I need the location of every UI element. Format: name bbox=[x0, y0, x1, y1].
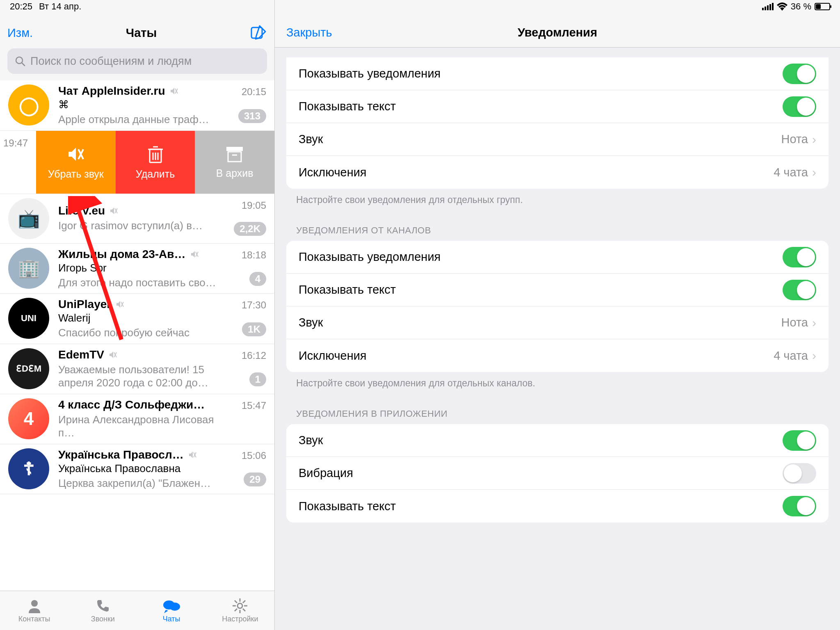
muted-icon bbox=[115, 300, 124, 309]
avatar: 🏢 bbox=[8, 248, 49, 289]
chat-time: 20:15 bbox=[242, 86, 266, 98]
svg-point-34 bbox=[237, 603, 242, 608]
swipe-archive-button[interactable]: В архив bbox=[195, 131, 274, 194]
chat-name: UniPlayer bbox=[58, 298, 111, 311]
chat-time: 19:47 bbox=[0, 131, 36, 194]
chat-sender: Игорь Spr bbox=[58, 262, 267, 274]
chat-preview: Для этого надо поставить сво… bbox=[58, 276, 222, 290]
search-icon bbox=[15, 56, 25, 66]
muted-icon bbox=[109, 206, 118, 215]
search-input[interactable]: Поиск по сообщениям и людям bbox=[7, 48, 267, 74]
group-inapp: Звук Вибрация Показывать текст bbox=[286, 424, 829, 523]
avatar: 📺 bbox=[8, 198, 49, 239]
swipe-mute-button[interactable]: Убрать звук bbox=[36, 131, 116, 194]
chat-time: 15:06 bbox=[242, 450, 266, 461]
tab-settings[interactable]: Настройки bbox=[206, 591, 274, 630]
group-footer: Настройте свои уведомления для отдельных… bbox=[275, 372, 840, 389]
section-header-inapp: УВЕДОМЛЕНИЯ В ПРИЛОЖЕНИИ bbox=[275, 389, 840, 424]
toggle-on[interactable] bbox=[783, 64, 816, 84]
notifications-settings: Закрыть Уведомления Показывать уведомлен… bbox=[275, 0, 840, 630]
chats-title: Чаты bbox=[126, 26, 157, 40]
group-notifications-channels: Показывать уведомления Показывать текст … bbox=[286, 241, 829, 372]
chevron-right-icon: › bbox=[812, 165, 816, 179]
chat-row[interactable]: 44 класс Д/З Сольфеджи…Ирина Александров… bbox=[0, 394, 274, 444]
status-time: 20:25 bbox=[10, 1, 32, 12]
swipe-delete-button[interactable]: Удалить bbox=[116, 131, 195, 194]
chat-time: 19:05 bbox=[242, 200, 266, 211]
chat-preview: Ирина Александровна Лисовая п… bbox=[58, 413, 222, 440]
toggle-off[interactable] bbox=[783, 463, 816, 484]
svg-line-42 bbox=[235, 609, 237, 611]
row-show-text[interactable]: Показывать текст bbox=[286, 274, 829, 306]
row-show-notifications[interactable]: Показывать уведомления bbox=[286, 241, 829, 274]
tab-calls[interactable]: Звонки bbox=[68, 591, 137, 630]
wifi-icon bbox=[777, 2, 788, 11]
row-sound-inapp[interactable]: Звук bbox=[286, 424, 829, 457]
chat-row[interactable]: ƐDƐMEdemTVУважаемые пользователи! 15 апр… bbox=[0, 344, 274, 394]
row-sound[interactable]: ЗвукНота› bbox=[286, 306, 829, 339]
svg-rect-4 bbox=[772, 3, 774, 10]
status-bar: 20:25 Вт 14 апр. 36 % bbox=[0, 0, 840, 13]
edit-button[interactable]: Изм. bbox=[7, 26, 33, 40]
chat-row[interactable]: UNIUniPlayerWalerijСпасибо попробую сейч… bbox=[0, 294, 274, 344]
row-exceptions[interactable]: Исключения4 чата› bbox=[286, 339, 829, 372]
unread-badge: 2,2K bbox=[234, 222, 266, 236]
chat-row[interactable]: 🏢Жильцы дома 23-Ав…Игорь SprДля этого на… bbox=[0, 244, 274, 294]
chevron-right-icon: › bbox=[812, 349, 816, 363]
battery-percent: 36 % bbox=[791, 1, 811, 12]
svg-point-31 bbox=[31, 600, 38, 607]
row-show-notifications[interactable]: Показывать уведомления bbox=[286, 57, 829, 90]
swipe-actions: 19:47Убрать звукУдалитьВ архив bbox=[0, 131, 274, 194]
toggle-on[interactable] bbox=[783, 247, 816, 267]
chat-list[interactable]: ◯Чат AppleInsider.ru⌘Apple открыла данны… bbox=[0, 80, 274, 591]
svg-rect-18 bbox=[226, 147, 243, 151]
chat-time: 18:18 bbox=[242, 249, 266, 261]
svg-line-39 bbox=[235, 600, 237, 603]
toggle-on[interactable] bbox=[783, 96, 816, 117]
toggle-on[interactable] bbox=[783, 496, 816, 516]
muted-icon bbox=[169, 87, 178, 96]
chat-name: Чат AppleInsider.ru bbox=[58, 84, 165, 98]
row-vibration[interactable]: Вибрация bbox=[286, 457, 829, 490]
svg-rect-3 bbox=[769, 4, 771, 10]
chat-name: Жильцы дома 23-Ав… bbox=[58, 248, 186, 261]
chevron-right-icon: › bbox=[812, 316, 816, 330]
toggle-on[interactable] bbox=[783, 280, 816, 300]
chat-name: EdemTV bbox=[58, 348, 104, 361]
chat-sender: Walerij bbox=[58, 312, 267, 324]
tab-contacts[interactable]: Контакты bbox=[0, 591, 68, 630]
row-show-text[interactable]: Показывать текст bbox=[286, 90, 829, 123]
chat-row[interactable]: 📺Life V.euIgor G rasimov вступил(а) в…19… bbox=[0, 194, 274, 244]
chat-preview: Igor G rasimov вступил(а) в… bbox=[58, 219, 222, 233]
muted-icon bbox=[188, 450, 197, 459]
muted-icon bbox=[108, 350, 117, 359]
compose-button[interactable] bbox=[250, 24, 267, 41]
chat-preview: Уважаемые пользователи! 15 апреля 2020 г… bbox=[58, 363, 222, 390]
avatar: 4 bbox=[8, 398, 49, 439]
status-date: Вт 14 апр. bbox=[39, 1, 81, 12]
chat-time: 17:30 bbox=[242, 299, 266, 311]
chat-name: Life V.eu bbox=[58, 204, 105, 217]
svg-rect-2 bbox=[767, 5, 769, 10]
battery-icon bbox=[815, 3, 830, 10]
chat-row[interactable]: ☦Українська Правосл…Українська Православ… bbox=[0, 444, 274, 495]
tab-chats[interactable]: Чаты bbox=[137, 591, 206, 630]
chevron-right-icon: › bbox=[812, 132, 816, 146]
toggle-on[interactable] bbox=[783, 430, 816, 451]
row-show-text-inapp[interactable]: Показывать текст bbox=[286, 490, 829, 523]
chat-name: Українська Правосл… bbox=[58, 448, 184, 461]
muted-icon bbox=[190, 250, 199, 259]
chat-time: 15:47 bbox=[242, 400, 266, 411]
settings-title: Уведомления bbox=[275, 26, 840, 39]
close-button[interactable]: Закрыть bbox=[275, 26, 332, 39]
chat-row[interactable]: ◯Чат AppleInsider.ru⌘Apple открыла данны… bbox=[0, 80, 274, 131]
search-placeholder: Поиск по сообщениям и людям bbox=[30, 55, 192, 68]
avatar: ☦ bbox=[8, 448, 49, 489]
unread-badge: 1 bbox=[249, 372, 266, 386]
chat-preview: Спасибо попробую сейчас bbox=[58, 326, 222, 340]
row-sound[interactable]: ЗвукНота› bbox=[286, 123, 829, 156]
row-exceptions[interactable]: Исключения4 чата› bbox=[286, 156, 829, 189]
chat-preview: Apple открыла данные траф… bbox=[58, 113, 222, 126]
chat-preview: Церква закрепил(а) "Блажен… bbox=[58, 477, 222, 490]
svg-point-33 bbox=[169, 603, 180, 611]
